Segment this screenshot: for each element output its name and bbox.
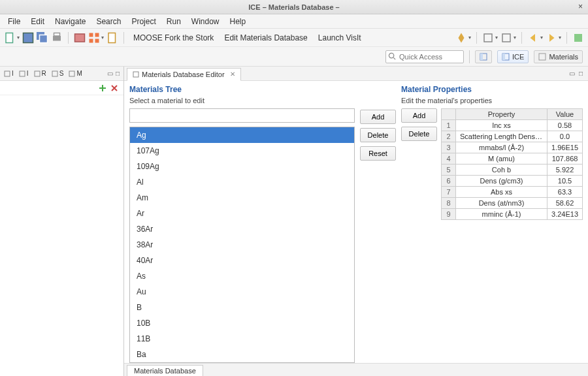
menu-file[interactable]: File bbox=[3, 16, 25, 27]
table-row[interactable]: 2Scattering Length Densit…0.0 bbox=[442, 131, 583, 142]
pin-icon[interactable] bbox=[455, 32, 467, 44]
tool-icon[interactable] bbox=[572, 32, 584, 44]
quick-access-input[interactable] bbox=[385, 50, 464, 63]
list-item[interactable]: 109Ag bbox=[130, 159, 354, 174]
list-item[interactable]: 36Ar bbox=[130, 221, 354, 237]
cell-value[interactable]: 3.24E13 bbox=[547, 209, 583, 220]
close-icon[interactable]: × bbox=[578, 2, 583, 11]
menu-project[interactable]: Project bbox=[126, 16, 161, 27]
delete-item-icon[interactable] bbox=[110, 84, 118, 92]
cell-value[interactable]: 5.922 bbox=[547, 164, 583, 176]
cell-property[interactable]: Scattering Length Densit… bbox=[456, 131, 547, 142]
close-tab-icon[interactable]: ✕ bbox=[230, 70, 235, 78]
menu-search[interactable]: Search bbox=[91, 16, 126, 27]
minimize-view-icon[interactable]: ▭ bbox=[107, 70, 113, 77]
table-row[interactable]: 8Dens (at/nm3)58.62 bbox=[442, 198, 583, 209]
cell-property[interactable]: Dens (at/nm3) bbox=[456, 198, 547, 209]
moose-button[interactable]: MOOSE Fork the Stork bbox=[129, 32, 218, 44]
new-dropdown-icon[interactable]: ▾ bbox=[17, 35, 20, 40]
back-dropdown-icon[interactable]: ▾ bbox=[540, 35, 543, 40]
tree-reset-button[interactable]: Reset bbox=[360, 146, 396, 161]
prop-delete-button[interactable]: Delete bbox=[401, 127, 437, 141]
editor-tab-materials-db[interactable]: Materials Database Editor ✕ bbox=[127, 68, 241, 81]
list-item[interactable]: 10B bbox=[130, 315, 354, 331]
view-tab-s[interactable]: S bbox=[49, 69, 67, 78]
forward-dropdown-icon[interactable]: ▾ bbox=[559, 35, 561, 40]
save-all-icon[interactable] bbox=[37, 32, 48, 44]
cell-value[interactable]: 0.0 bbox=[547, 131, 583, 142]
back-icon[interactable] bbox=[527, 32, 539, 44]
table-row[interactable]: 1Inc xs0.58 bbox=[442, 120, 583, 131]
cell-value[interactable]: 58.62 bbox=[547, 198, 583, 209]
table-row[interactable]: 7Abs xs63.3 bbox=[442, 187, 583, 198]
list-item[interactable]: 38Ar bbox=[130, 237, 354, 253]
doc-icon[interactable] bbox=[106, 32, 118, 44]
menu-navigate[interactable]: Navigate bbox=[50, 16, 91, 27]
tree-add-button[interactable]: Add bbox=[360, 110, 396, 124]
nav-dropdown-2-icon[interactable]: ▾ bbox=[514, 35, 516, 40]
table-row[interactable]: 9mminc (Å-1)3.24E13 bbox=[442, 209, 583, 220]
pin-dropdown-icon[interactable]: ▾ bbox=[468, 35, 471, 40]
nav-icon-1[interactable] bbox=[482, 32, 494, 44]
list-item[interactable]: 40Ar bbox=[130, 253, 354, 268]
list-item[interactable]: Au bbox=[130, 284, 354, 300]
cell-property[interactable]: Dens (g/cm3) bbox=[456, 176, 547, 187]
table-row[interactable]: 5Coh b5.922 bbox=[442, 164, 583, 176]
list-item[interactable]: Ar bbox=[130, 206, 354, 221]
table-row[interactable]: 3mmabs/l (Å-2)1.96E15 bbox=[442, 142, 583, 153]
list-item[interactable]: Am bbox=[130, 190, 354, 206]
add-item-icon[interactable] bbox=[99, 84, 106, 92]
menu-run[interactable]: Run bbox=[161, 16, 186, 27]
menu-window[interactable]: Window bbox=[186, 16, 225, 27]
grid-dropdown-icon[interactable]: ▾ bbox=[101, 35, 104, 40]
view-tab-i2[interactable]: I bbox=[16, 69, 31, 78]
bottom-tab-materials-db[interactable]: Materials Database bbox=[127, 365, 203, 376]
perspective-materials[interactable]: Materials bbox=[534, 50, 583, 63]
grid-icon[interactable] bbox=[88, 32, 100, 44]
view-tab-i1[interactable]: I bbox=[1, 69, 16, 78]
forward-icon[interactable] bbox=[546, 32, 557, 44]
material-filter-input[interactable] bbox=[129, 108, 355, 123]
cell-value[interactable]: 0.58 bbox=[547, 120, 583, 131]
print-icon[interactable] bbox=[51, 32, 63, 44]
list-item[interactable]: As bbox=[130, 268, 354, 284]
menu-edit[interactable]: Edit bbox=[25, 16, 50, 27]
cell-value[interactable]: 1.96E15 bbox=[547, 142, 583, 153]
save-icon[interactable] bbox=[22, 32, 34, 44]
nav-dropdown-1-icon[interactable]: ▾ bbox=[495, 35, 498, 40]
list-item[interactable]: Ba bbox=[130, 347, 354, 362]
prop-add-button[interactable]: Add bbox=[401, 108, 437, 123]
list-item[interactable]: B bbox=[130, 300, 354, 315]
perspective-switcher-icon[interactable] bbox=[475, 50, 492, 63]
list-item[interactable]: 107Ag bbox=[130, 143, 354, 159]
view-tab-m[interactable]: M bbox=[66, 69, 84, 78]
cell-property[interactable]: M (amu) bbox=[456, 153, 547, 164]
new-icon[interactable] bbox=[4, 32, 16, 44]
view-tab-r[interactable]: R bbox=[31, 69, 49, 78]
nav-icon-2[interactable] bbox=[500, 32, 512, 44]
cell-value[interactable]: 10.5 bbox=[547, 176, 583, 187]
minimize-editor-icon[interactable]: ▭ bbox=[569, 70, 575, 77]
edit-db-button[interactable]: Edit Materials Database bbox=[220, 32, 311, 44]
maximize-editor-icon[interactable]: □ bbox=[579, 70, 583, 77]
image-icon[interactable] bbox=[74, 32, 86, 44]
list-item[interactable]: 11B bbox=[130, 331, 354, 347]
cell-property[interactable]: Coh b bbox=[456, 164, 547, 176]
cell-value[interactable]: 107.868 bbox=[547, 153, 583, 164]
cell-value[interactable]: 63.3 bbox=[547, 187, 583, 198]
table-row[interactable]: 6Dens (g/cm3)10.5 bbox=[442, 176, 583, 187]
properties-table[interactable]: Property Value 1Inc xs0.582Scattering Le… bbox=[441, 108, 583, 220]
maximize-view-icon[interactable]: □ bbox=[116, 70, 120, 77]
list-item[interactable]: Ag bbox=[130, 127, 354, 143]
list-item[interactable]: Al bbox=[130, 174, 354, 190]
launch-visit-button[interactable]: Launch VisIt bbox=[314, 32, 365, 44]
perspective-ice[interactable]: ICE bbox=[497, 50, 529, 63]
cell-property[interactable]: mmabs/l (Å-2) bbox=[456, 142, 547, 153]
cell-property[interactable]: Inc xs bbox=[456, 120, 547, 131]
tree-delete-button[interactable]: Delete bbox=[360, 128, 396, 142]
cell-property[interactable]: mminc (Å-1) bbox=[456, 209, 547, 220]
menu-help[interactable]: Help bbox=[225, 16, 252, 27]
cell-property[interactable]: Abs xs bbox=[456, 187, 547, 198]
table-row[interactable]: 4M (amu)107.868 bbox=[442, 153, 583, 164]
materials-list[interactable]: Ag107Ag109AgAlAmAr36Ar38Ar40ArAsAuB10B11… bbox=[129, 127, 355, 363]
